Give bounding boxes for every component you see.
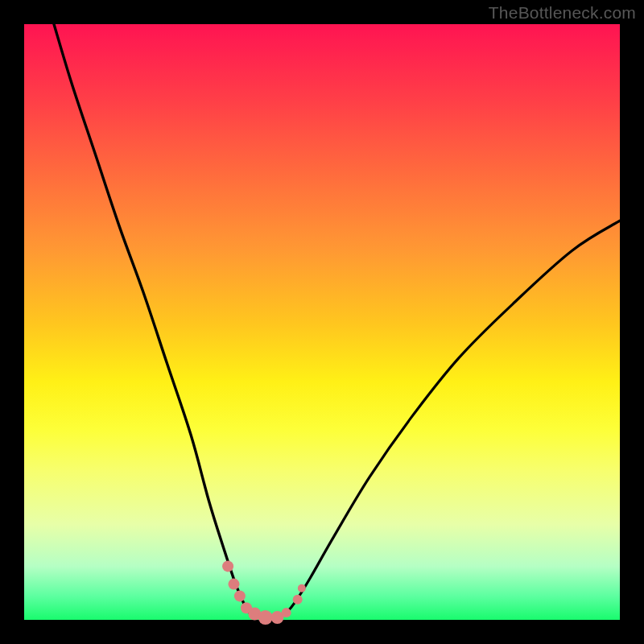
data-point-marker — [228, 579, 239, 590]
watermark-text: TheBottleneck.com — [489, 3, 636, 23]
data-point-marker — [298, 584, 306, 592]
curve-left-branch — [54, 24, 257, 617]
data-point-marker — [234, 590, 246, 601]
bottleneck-curve-chart — [24, 24, 620, 620]
data-point-marker — [258, 610, 273, 625]
data-point-marker — [282, 608, 291, 617]
data-point-marker — [293, 595, 303, 605]
curve-right-branch — [280, 221, 620, 617]
curve-markers — [222, 560, 306, 625]
data-point-marker — [222, 560, 233, 572]
